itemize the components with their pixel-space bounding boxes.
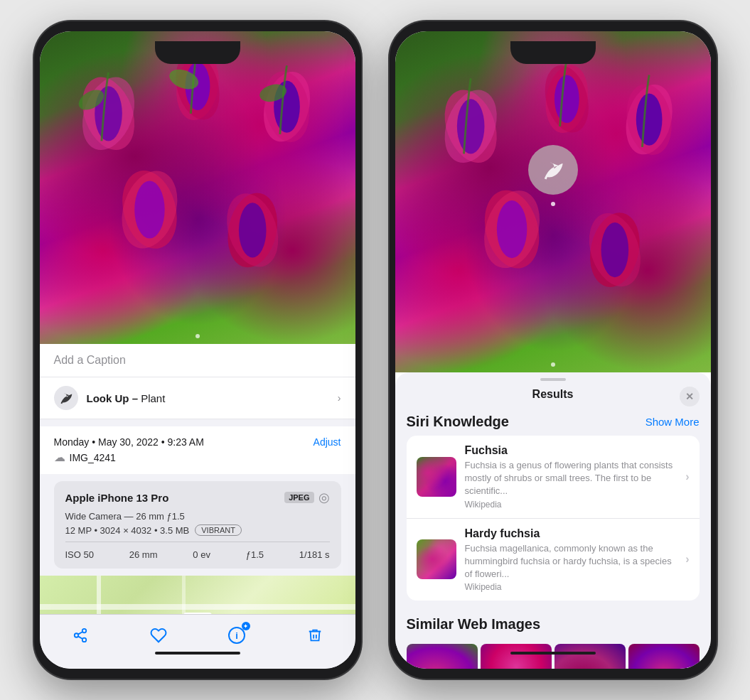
share-icon — [73, 628, 88, 643]
camera-badges: JPEG ◎ — [284, 490, 329, 505]
lookup-label: Look Up – Plant — [87, 392, 166, 404]
photo-display-2 — [395, 31, 711, 372]
home-indicator-1 — [155, 652, 240, 655]
lookup-row[interactable]: Look Up – Plant › — [40, 377, 355, 419]
siri-knowledge-section: Siri Knowledge Show More Fuchsia Fuchsia… — [395, 406, 711, 601]
phone-2-content: Results ✕ Siri Knowledge Show More — [395, 31, 711, 669]
filename-row: ☁ IMG_4241 — [54, 451, 341, 464]
svg-point-22 — [456, 99, 484, 154]
svg-text:i: i — [235, 630, 238, 641]
camera-detail-2: 12 MP • 3024 × 4032 • 3.5 MB — [65, 525, 190, 536]
exif-iso: ISO 50 — [65, 549, 94, 560]
info-button[interactable]: i ✦ — [225, 623, 249, 647]
fuchsia-chevron-icon: › — [685, 470, 689, 483]
adjust-button[interactable]: Adjust — [314, 436, 341, 448]
svg-point-25 — [554, 75, 579, 123]
flower-overlay — [40, 31, 355, 333]
siri-knowledge-header: Siri Knowledge Show More — [407, 406, 700, 436]
jpeg-badge: JPEG — [284, 492, 314, 503]
hardy-fuchsia-info: Hardy fuchsia Fuchsia magellanica, commo… — [465, 527, 677, 593]
fuchsia-title: Fuchsia — [465, 444, 677, 457]
page-indicator-2 — [551, 362, 555, 367]
fuchsia-source: Wikipedia — [465, 500, 677, 510]
date-text: Monday • May 30, 2022 • 9:23 AM — [54, 436, 204, 448]
info-scroll-area[interactable]: Add a Caption Look Up – Plant › — [40, 344, 355, 614]
hardy-fuchsia-source: Wikipedia — [465, 582, 677, 592]
similar-image-2[interactable] — [481, 644, 552, 669]
svg-point-14 — [238, 203, 266, 257]
svg-point-31 — [496, 200, 526, 258]
hardy-fuchsia-title: Hardy fuchsia — [465, 527, 677, 540]
close-button[interactable]: ✕ — [680, 387, 700, 406]
share-button[interactable] — [68, 623, 92, 647]
lookup-chevron-icon: › — [338, 392, 341, 404]
camera-icon: ◎ — [318, 490, 330, 505]
date-row: Monday • May 30, 2022 • 9:23 AM Adjust — [54, 436, 341, 448]
home-indicator-2 — [510, 652, 596, 655]
trash-icon — [307, 627, 323, 644]
show-more-button[interactable]: Show More — [645, 416, 700, 428]
leaf-icon — [58, 390, 74, 406]
sheet-title: Results — [532, 388, 574, 401]
hardy-fuchsia-thumbnail — [417, 539, 456, 579]
phone-1-screen: Add a Caption Look Up – Plant › — [40, 31, 355, 669]
phone-2-screen: Results ✕ Siri Knowledge Show More — [395, 31, 711, 669]
sparkle-info-icon: i — [228, 627, 245, 644]
phone-1: Add a Caption Look Up – Plant › — [34, 21, 361, 679]
page-indicator — [195, 334, 200, 338]
similar-images-header: Similar Web Images — [407, 609, 700, 638]
knowledge-item-fuchsia[interactable]: Fuchsia Fuchsia is a genus of flowering … — [407, 436, 700, 519]
svg-point-34 — [601, 222, 628, 277]
map-road-v — [97, 576, 101, 614]
map-area[interactable] — [40, 576, 355, 614]
vibrant-badge: VIBRANT — [195, 524, 242, 536]
similar-image-4[interactable] — [628, 644, 700, 669]
map-road-h — [40, 604, 355, 610]
dynamic-island-2 — [510, 41, 596, 64]
hardy-fuchsia-description: Fuchsia magellanica, commonly known as t… — [465, 542, 677, 581]
lookup-icon — [54, 386, 78, 410]
similar-image-1[interactable] — [407, 644, 478, 669]
phone-2: Results ✕ Siri Knowledge Show More — [390, 21, 717, 679]
bottom-toolbar: i ✦ — [40, 614, 355, 669]
camera-model: Apple iPhone 13 Pro — [65, 492, 169, 504]
exif-aperture: ƒ1.5 — [246, 549, 264, 560]
similar-images-section: Similar Web Images — [395, 609, 711, 669]
map-road-v2 — [182, 576, 186, 614]
caption-row[interactable]: Add a Caption — [40, 344, 355, 377]
map-photo-thumb — [183, 613, 212, 614]
leaf-visual-icon — [540, 157, 566, 183]
photo-display[interactable] — [40, 31, 355, 344]
fuchsia-info: Fuchsia Fuchsia is a genus of flowering … — [465, 444, 677, 510]
knowledge-card: Fuchsia Fuchsia is a genus of flowering … — [407, 436, 700, 601]
dynamic-island — [155, 41, 240, 64]
heart-icon — [150, 627, 167, 644]
phone-1-content: Add a Caption Look Up – Plant › — [40, 31, 355, 669]
svg-point-11 — [134, 181, 164, 238]
cloud-icon: ☁ — [54, 451, 65, 464]
exif-focal: 26 mm — [129, 549, 158, 560]
delete-button[interactable] — [303, 623, 327, 647]
caption-placeholder[interactable]: Add a Caption — [54, 354, 126, 366]
fuchsia-description: Fuchsia is a genus of flowering plants t… — [465, 459, 677, 498]
camera-detail-1: Wide Camera — 26 mm ƒ1.5 — [65, 511, 330, 522]
fuchsia-thumbnail — [417, 457, 456, 497]
camera-section: Apple iPhone 13 Pro JPEG ◎ Wide Camera —… — [54, 481, 341, 569]
exif-row: ISO 50 26 mm 0 ev ƒ1.5 1/181 s — [65, 542, 330, 560]
filename-text: IMG_4241 — [70, 452, 116, 463]
svg-point-28 — [636, 93, 662, 145]
similar-image-3[interactable] — [555, 644, 626, 669]
visual-lookup-indicator[interactable] — [528, 145, 578, 195]
date-section: Monday • May 30, 2022 • 9:23 AM Adjust ☁… — [40, 426, 355, 474]
favorite-button[interactable] — [146, 623, 171, 647]
similar-images-grid — [407, 644, 700, 669]
siri-knowledge-title: Siri Knowledge — [407, 414, 509, 430]
exif-ev: 0 ev — [193, 549, 210, 560]
results-sheet[interactable]: Results ✕ Siri Knowledge Show More — [395, 372, 711, 669]
camera-header: Apple iPhone 13 Pro JPEG ◎ — [65, 490, 330, 505]
exif-shutter: 1/181 s — [299, 549, 330, 560]
knowledge-item-hardy-fuchsia[interactable]: Hardy fuchsia Fuchsia magellanica, commo… — [407, 519, 700, 601]
similar-images-title: Similar Web Images — [407, 616, 541, 632]
badge-dot: ✦ — [242, 622, 250, 630]
hardy-fuchsia-chevron-icon: › — [685, 553, 689, 566]
